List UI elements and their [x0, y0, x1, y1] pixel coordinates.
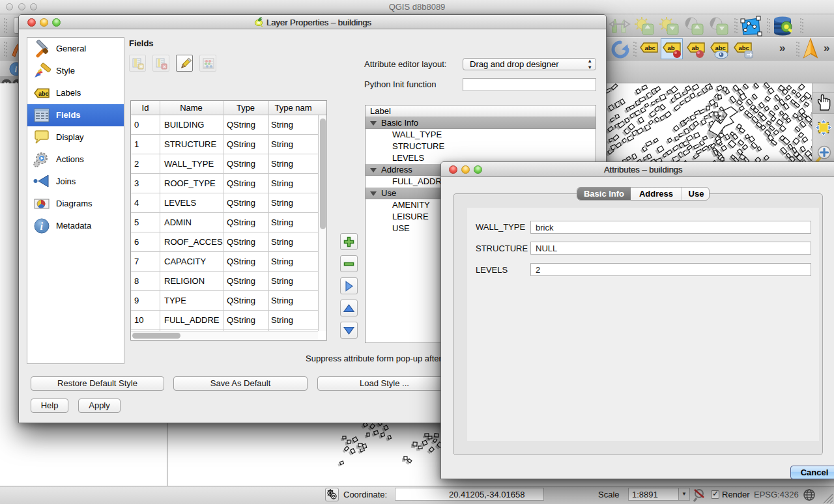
svg-text:i: i — [40, 221, 44, 232]
svg-text:abc: abc — [38, 91, 49, 97]
svg-text:✱: ✱ — [139, 64, 144, 70]
svg-text:✕: ✕ — [163, 64, 167, 69]
svg-text:abc: abc — [645, 44, 655, 51]
